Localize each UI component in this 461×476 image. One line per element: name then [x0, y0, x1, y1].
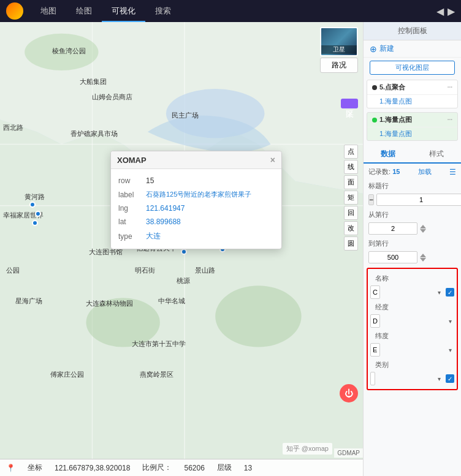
- map-dot-0: [29, 202, 36, 208]
- header-row-value[interactable]: [376, 194, 461, 206]
- layer-btn[interactable]: 可视化图层: [370, 61, 455, 75]
- nav-prev-icon[interactable]: ◀: [436, 6, 444, 17]
- svg-point-8: [25, 34, 98, 70]
- to-row-down-icon: [420, 258, 426, 262]
- filter-icon[interactable]: ☰: [449, 168, 456, 176]
- panel-tabs: 数据 样式: [364, 146, 461, 164]
- category-label: 类别: [370, 358, 454, 371]
- layer-more-2[interactable]: ···: [448, 116, 452, 123]
- popup-label-lng: lng: [118, 204, 146, 213]
- from-row-label: 从第行: [364, 208, 461, 221]
- nav-next-icon[interactable]: ▶: [448, 6, 455, 17]
- from-row-arrows[interactable]: [420, 225, 426, 233]
- app-logo: [6, 2, 23, 20]
- name-select-wrapper: C: [370, 285, 443, 299]
- road-condition-btn[interactable]: 路况: [320, 58, 358, 73]
- plus-icon: ⊕: [370, 44, 377, 54]
- category-row: ✓: [370, 371, 454, 387]
- name-row: C ✓: [370, 284, 454, 300]
- longitude-row: D: [370, 313, 454, 329]
- top-nav: 地图 绘图 可视化 搜索 ◀ ▶: [0, 0, 461, 22]
- from-row-input: [364, 221, 461, 236]
- nav-item-search[interactable]: 搜索: [145, 0, 181, 22]
- tool-del[interactable]: 圆: [344, 236, 358, 251]
- tab-data[interactable]: 数据: [364, 146, 413, 162]
- power-btn[interactable]: ⏻: [340, 384, 358, 402]
- nav-item-map[interactable]: 地图: [31, 0, 66, 22]
- popup-title: XOMAP: [117, 156, 147, 165]
- header-row-input: − +: [364, 192, 461, 208]
- to-row-arrows[interactable]: [420, 254, 426, 262]
- name-label: 名称: [370, 271, 454, 284]
- longitude-select[interactable]: D: [370, 314, 380, 328]
- tool-edit[interactable]: 改: [344, 221, 358, 235]
- layer-dot-2: [372, 118, 377, 123]
- category-select[interactable]: [370, 372, 375, 385]
- status-bar: 📍 坐标 121.667879,38.920018 比例尺： 56206 层级 …: [0, 459, 363, 476]
- layer-more-1[interactable]: ···: [448, 84, 452, 91]
- tool-polygon[interactable]: 面: [344, 175, 358, 189]
- latitude-row: E: [370, 342, 454, 358]
- name-select[interactable]: C: [370, 285, 380, 299]
- layer-title-2[interactable]: 1.海量点图 ···: [367, 113, 457, 127]
- popup-close-btn[interactable]: ×: [270, 155, 275, 165]
- watermark: 知乎 @xomap: [283, 443, 332, 455]
- nav-arrows: ◀ ▶: [436, 6, 455, 17]
- popup-row-3: lat 38.899688: [118, 215, 274, 229]
- nav-item-visualize[interactable]: 可视化: [102, 0, 145, 22]
- popup-dialog: XOMAP × row 15 label 石葵路125号附近的老李家煎饼果子 l…: [110, 151, 282, 249]
- scale-label: 比例尺：: [142, 463, 172, 473]
- longitude-label: 经度: [370, 300, 454, 313]
- popup-row-2: lng 121.641947: [118, 202, 274, 215]
- tool-circle[interactable]: 回: [344, 206, 358, 220]
- satellite-thumb[interactable]: 卫星: [320, 27, 358, 56]
- popup-row-4: type 大连: [118, 229, 274, 244]
- scale-value: 56206: [184, 464, 204, 472]
- header-row-label: 标题行: [364, 179, 461, 192]
- layer-section-1: 5.点聚合 ··· 1.海量点图: [367, 80, 458, 108]
- tool-rect[interactable]: 矩: [344, 191, 358, 205]
- to-row-value[interactable]: [368, 251, 417, 263]
- satellite-buttons: 卫星 路况: [320, 27, 358, 73]
- popup-value-type: 大连: [146, 231, 161, 241]
- layer-section-2: 1.海量点图 ··· 1.海量点图: [367, 112, 458, 141]
- svg-point-9: [215, 285, 301, 347]
- red-section: 名称 C ✓ 经度 D 纬度: [367, 268, 458, 390]
- to-row-up-icon: [420, 254, 426, 257]
- popup-row-1: label 石葵路125号附近的老李家煎饼果子: [118, 187, 274, 202]
- map-area[interactable]: 棱鱼湾公园 大船集团 山姆会员商店 民主广场 西北路 香炉礁家具市场 黄河路 幸…: [0, 22, 363, 476]
- tool-line[interactable]: 线: [344, 160, 358, 174]
- layer-dot-1: [372, 85, 377, 90]
- layer-sub-1[interactable]: 1.海量点图: [367, 94, 457, 108]
- layer-value: 13: [244, 464, 252, 472]
- latitude-select[interactable]: E: [370, 343, 380, 357]
- map-dot-6: [181, 249, 187, 255]
- category-select-wrapper: [370, 372, 443, 385]
- popup-label-type: type: [118, 232, 146, 241]
- panel-header: 控制面板: [364, 22, 461, 40]
- header-minus-btn[interactable]: −: [368, 194, 374, 205]
- popup-value-lat: 38.899688: [146, 217, 181, 226]
- from-row-value[interactable]: [368, 222, 417, 235]
- popup-value-row: 15: [146, 176, 154, 185]
- new-btn[interactable]: ⊕ 新建: [364, 40, 461, 58]
- latitude-select-wrapper: E: [370, 343, 454, 357]
- layer-sub-2[interactable]: 1.海量点图: [367, 127, 457, 140]
- popup-value-lng: 121.641947: [146, 204, 185, 213]
- tool-point[interactable]: 点: [344, 145, 358, 159]
- gdmap-badge: GDMAP: [334, 448, 363, 458]
- tab-style[interactable]: 样式: [413, 146, 462, 162]
- tool-buttons: 点 线 面 矩 回 改 圆: [344, 145, 358, 251]
- category-checkbox[interactable]: ✓: [446, 374, 454, 383]
- nav-item-draw[interactable]: 绘图: [66, 0, 102, 22]
- svg-point-10: [86, 298, 159, 347]
- records-value: 15: [392, 168, 400, 175]
- right-panel: 控制面板 ⊕ 新建 可视化图层 5.点聚合 ··· 1.海量点图 1.海量点图 …: [363, 22, 461, 476]
- popup-header: XOMAP ×: [111, 151, 281, 169]
- coords-icon: 📍: [6, 464, 15, 472]
- layer-title-1[interactable]: 5.点聚合 ···: [367, 80, 457, 94]
- load-btn[interactable]: 加载: [415, 166, 435, 178]
- from-row-up-icon: [420, 225, 426, 229]
- name-checkbox[interactable]: ✓: [446, 288, 454, 297]
- caiqu-btn[interactable]: 采区: [341, 99, 358, 108]
